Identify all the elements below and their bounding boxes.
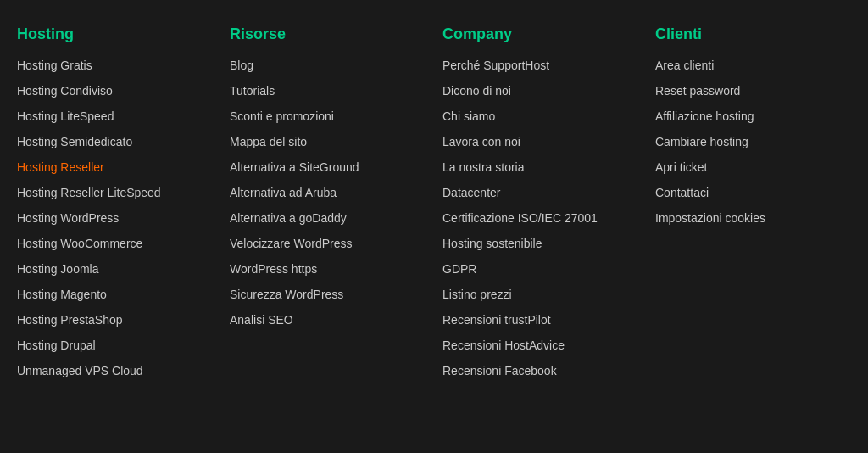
link-mappa-del-sito[interactable]: Mappa del sito [230,135,426,148]
link-cambiare-hosting[interactable]: Cambiare hosting [655,135,851,148]
link-recensioni-facebook[interactable]: Recensioni Facebook [442,364,638,378]
link-chi-siamo[interactable]: Chi siamo [442,109,638,123]
link-hosting-wordpress[interactable]: Hosting WordPress [17,211,213,225]
link-hosting-prestashop[interactable]: Hosting PrestaShop [17,313,213,327]
link-unmanaged-vps-cloud[interactable]: Unmanaged VPS Cloud [17,364,213,378]
link-perch-supporthost[interactable]: Perché SupportHost [442,59,638,72]
link-dicono-di-noi[interactable]: Dicono di noi [442,84,638,98]
link-apri-ticket[interactable]: Apri ticket [655,160,851,174]
link-recensioni-hostadvice[interactable]: Recensioni HostAdvice [442,338,638,352]
link-sicurezza-wordpress[interactable]: Sicurezza WordPress [230,288,426,301]
column-clienti: ClientiArea clientiReset passwordAffilia… [655,25,851,389]
link-hosting-magento[interactable]: Hosting Magento [17,288,213,301]
link-alternativa-a-siteground[interactable]: Alternativa a SiteGround [230,160,426,174]
link-hosting-reseller-litespeed[interactable]: Hosting Reseller LiteSpeed [17,186,213,199]
link-certificazione-isoiec-27001[interactable]: Certificazione ISO/IEC 27001 [442,211,638,225]
link-lavora-con-noi[interactable]: Lavora con noi [442,135,638,148]
link-alternativa-ad-aruba[interactable]: Alternativa ad Aruba [230,186,426,199]
link-hosting-sostenibile[interactable]: Hosting sostenibile [442,237,638,250]
link-recensioni-trustpilot[interactable]: Recensioni trustPilot [442,313,638,327]
link-alternativa-a-godaddy[interactable]: Alternativa a goDaddy [230,211,426,225]
link-hosting-woocommerce[interactable]: Hosting WooCommerce [17,237,213,250]
column-title-risorse: Risorse [230,25,426,43]
link-hosting-reseller[interactable]: Hosting Reseller [17,160,213,174]
link-hosting-semidedicato[interactable]: Hosting Semidedicato [17,135,213,148]
column-company: CompanyPerché SupportHostDicono di noiCh… [442,25,638,389]
link-gdpr[interactable]: GDPR [442,262,638,276]
link-sconti-e-promozioni[interactable]: Sconti e promozioni [230,109,426,123]
link-velocizzare-wordpress[interactable]: Velocizzare WordPress [230,237,426,250]
link-contattaci[interactable]: Contattaci [655,186,851,199]
link-hosting-joomla[interactable]: Hosting Joomla [17,262,213,276]
link-hosting-litespeed[interactable]: Hosting LiteSpeed [17,109,213,123]
link-affiliazione-hosting[interactable]: Affiliazione hosting [655,109,851,123]
link-la-nostra-storia[interactable]: La nostra storia [442,160,638,174]
link-reset-password[interactable]: Reset password [655,84,851,98]
column-title-hosting: Hosting [17,25,213,43]
link-hosting-drupal[interactable]: Hosting Drupal [17,338,213,352]
link-blog[interactable]: Blog [230,59,426,72]
link-area-clienti[interactable]: Area clienti [655,59,851,72]
column-title-clienti: Clienti [655,25,851,43]
link-tutorials[interactable]: Tutorials [230,84,426,98]
link-listino-prezzi[interactable]: Listino prezzi [442,288,638,301]
footer-grid: HostingHosting GratisHosting CondivisoHo… [0,0,868,415]
link-datacenter[interactable]: Datacenter [442,186,638,199]
link-impostazioni-cookies[interactable]: Impostazioni cookies [655,211,851,225]
link-hosting-gratis[interactable]: Hosting Gratis [17,59,213,72]
column-hosting: HostingHosting GratisHosting CondivisoHo… [17,25,213,389]
link-hosting-condiviso[interactable]: Hosting Condiviso [17,84,213,98]
link-wordpress-https[interactable]: WordPress https [230,262,426,276]
link-analisi-seo[interactable]: Analisi SEO [230,313,426,327]
column-title-company: Company [442,25,638,43]
column-risorse: RisorseBlogTutorialsSconti e promozioniM… [230,25,426,389]
